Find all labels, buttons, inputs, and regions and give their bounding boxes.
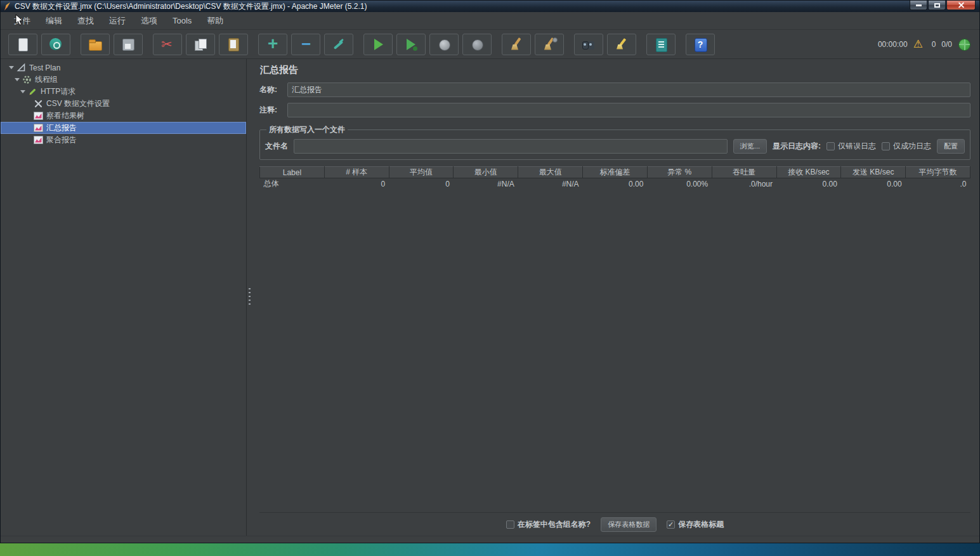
clear-all-broom-icon: [541, 36, 558, 53]
table-row-total[interactable]: 总体 0 0 #N/A #N/A 0.00 0.00% .0/hour 0.00…: [260, 178, 970, 190]
templates-button[interactable]: [41, 34, 70, 55]
clear-all-button[interactable]: [535, 34, 564, 55]
toggle-icon: [330, 36, 347, 53]
toolbar-group-run: [363, 34, 492, 55]
summary-report-panel: 汇总报告 名称: 注释: 所有数据写入一个文件 文件名 浏览... 显示日志内容…: [252, 59, 979, 536]
templates-icon: [48, 36, 64, 53]
filename-input[interactable]: [294, 139, 728, 154]
include-group-name-label: 在标签中包含组名称?: [518, 519, 591, 530]
tree-item-aggregate-report[interactable]: 聚合报告: [1, 134, 246, 146]
comment-input[interactable]: [287, 103, 970, 117]
toolbar-group-clear: [502, 34, 564, 55]
save-button[interactable]: [114, 34, 143, 55]
expand-arrow-icon[interactable]: [18, 88, 27, 96]
open-button[interactable]: [81, 34, 110, 55]
collapse-all-button[interactable]: [291, 34, 320, 55]
menu-tools[interactable]: Tools: [166, 13, 199, 28]
new-file-icon: [15, 36, 31, 53]
listener-chart-icon: [34, 111, 43, 121]
col-received: 接收 KB/sec: [776, 167, 841, 178]
start-no-pauses-button[interactable]: [396, 34, 426, 55]
warning-icon[interactable]: [913, 38, 926, 51]
tree-splitter[interactable]: [247, 59, 252, 536]
tree-item-label: 线程组: [35, 74, 58, 85]
search-reset-button[interactable]: [607, 34, 636, 55]
expand-all-button[interactable]: [258, 34, 287, 55]
start-button[interactable]: [363, 34, 393, 55]
success-only-checkbox[interactable]: 仅成功日志: [882, 141, 931, 152]
write-results-group: 所有数据写入一个文件 文件名 浏览... 显示日志内容: 仅错误日志 仅成功日志: [259, 124, 970, 160]
cut-button[interactable]: [153, 34, 182, 55]
clear-button[interactable]: [502, 34, 531, 55]
search-button[interactable]: [574, 34, 603, 55]
menubar: 文件 编辑 查找 运行 选项 Tools 帮助: [1, 12, 979, 30]
tree-item-label: 聚合报告: [46, 135, 77, 145]
include-group-name-checkbox[interactable]: 在标签中包含组名称?: [506, 519, 591, 530]
plus-icon: [265, 36, 281, 53]
test-plan-tree: Test Plan 线程组 HTTP请求: [1, 59, 247, 536]
close-icon: [958, 3, 965, 8]
errors-only-checkbox[interactable]: 仅错误日志: [826, 141, 876, 152]
filename-label: 文件名: [265, 141, 288, 152]
col-label: Label: [260, 167, 325, 178]
tree-item-csv-data-set[interactable]: CSV 数据文件设置: [1, 98, 246, 110]
main-area: Test Plan 线程组 HTTP请求: [1, 59, 979, 536]
cell-sent: 0.00: [841, 178, 906, 190]
thread-counter: 0/0: [941, 40, 952, 49]
errors-only-label: 仅错误日志: [838, 141, 876, 152]
save-table-header-label: 保存表格标题: [678, 519, 724, 530]
name-input[interactable]: [287, 83, 970, 97]
save-table-header-checkbox[interactable]: 保存表格标题: [667, 519, 724, 530]
checkbox-icon: [506, 520, 514, 529]
toolbar-status: 00:00:00 0 0/0: [878, 38, 970, 51]
help-button[interactable]: [686, 34, 715, 55]
jmeter-window: CSV 数据文件设置.jmx (C:\Users\Administrator\D…: [0, 0, 980, 543]
tree-item-view-results-tree[interactable]: 察看结果树: [1, 110, 246, 122]
window-bottom-edge: [1, 536, 979, 543]
menu-help[interactable]: 帮助: [200, 13, 230, 29]
search-binoculars-icon: [580, 36, 597, 53]
expand-arrow-icon[interactable]: [13, 76, 21, 84]
cell-max: #N/A: [518, 178, 583, 190]
tree-item-http-request[interactable]: HTTP请求: [1, 86, 246, 98]
name-label: 名称:: [259, 84, 287, 95]
expand-arrow-icon[interactable]: [7, 63, 15, 72]
toolbar-group-opensave: [81, 34, 143, 55]
col-throughput: 吞吐量: [712, 167, 776, 178]
splitter-grip-icon: [249, 288, 251, 307]
stop-button[interactable]: [429, 34, 459, 55]
maximize-button[interactable]: [928, 1, 946, 10]
minimize-icon: [916, 4, 922, 6]
save-table-data-button[interactable]: 保存表格数据: [601, 517, 657, 532]
checkbox-icon: [882, 142, 890, 150]
function-helper-icon: [653, 36, 669, 53]
open-folder-icon: [87, 36, 103, 53]
configure-button[interactable]: 配置: [937, 139, 965, 154]
stop-icon: [436, 36, 452, 53]
table-footer: 在标签中包含组名称? 保存表格数据 保存表格标题: [259, 512, 970, 536]
copy-button[interactable]: [186, 34, 215, 55]
menu-search[interactable]: 查找: [70, 13, 101, 29]
menu-options[interactable]: 选项: [134, 13, 164, 29]
clear-broom-icon: [508, 36, 525, 53]
tree-item-thread-group[interactable]: 线程组: [1, 74, 246, 86]
paste-button[interactable]: [219, 34, 248, 55]
new-button[interactable]: [8, 34, 37, 55]
tree-item-test-plan[interactable]: Test Plan: [1, 62, 246, 74]
function-helper-button[interactable]: [646, 34, 676, 55]
tree-item-summary-report[interactable]: 汇总报告: [1, 122, 246, 134]
shutdown-button[interactable]: [462, 34, 492, 55]
toggle-button[interactable]: [324, 34, 353, 55]
jmeter-logo-icon: [4, 3, 10, 11]
minimize-button[interactable]: [910, 1, 927, 10]
close-button[interactable]: [946, 1, 976, 10]
menu-edit[interactable]: 编辑: [39, 13, 69, 29]
toolbar-group-help: [686, 34, 715, 55]
browse-button[interactable]: 浏览...: [733, 139, 767, 154]
help-icon: [692, 36, 709, 53]
menu-run[interactable]: 运行: [102, 13, 133, 29]
tree-item-label: CSV 数据文件设置: [46, 98, 110, 109]
col-average: 平均值: [389, 167, 454, 178]
col-max: 最大值: [518, 167, 583, 178]
col-sent: 发送 KB/sec: [841, 167, 906, 178]
